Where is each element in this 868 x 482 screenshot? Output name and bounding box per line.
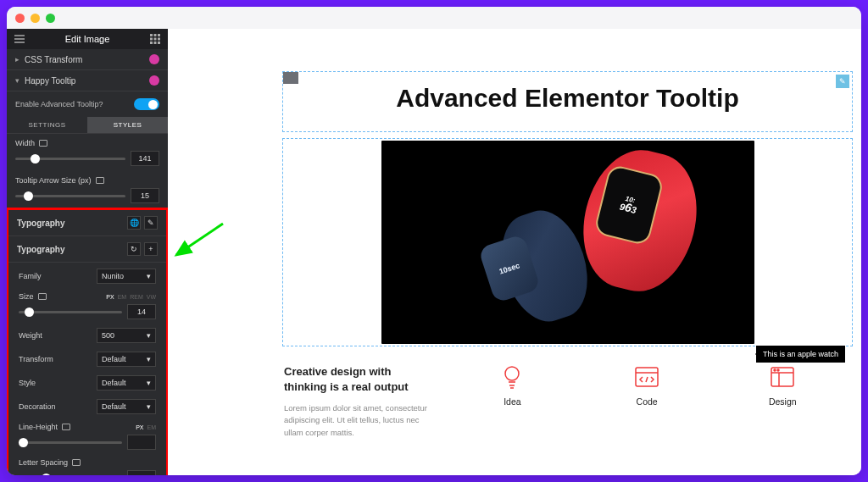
size-units[interactable]: PXEMREMVW [106, 294, 156, 300]
section-css-transform[interactable]: ▸CSS Transform [7, 49, 168, 70]
bottom-paragraph: Lorem ipsum dolor sit amet, consectetur … [284, 402, 433, 439]
lightbulb-icon [499, 364, 525, 390]
style-row: Style Default▾ [8, 371, 166, 395]
family-row: Family Nunito▾ [8, 264, 166, 288]
chevron-right-icon: ▸ [15, 55, 19, 64]
desktop-icon[interactable] [96, 177, 104, 184]
product-image[interactable]: 10sec 10:963 [381, 141, 754, 344]
tabs: SETTINGS STYLES [7, 117, 168, 134]
decoration-label: Decoration [19, 402, 56, 411]
tab-styles[interactable]: STYLES [87, 117, 168, 134]
svg-rect-2 [158, 34, 160, 36]
style-label: Style [19, 379, 36, 387]
chevron-down-icon: ▾ [147, 331, 151, 340]
bottom-title: Creative design with thinking is a real … [284, 364, 433, 394]
line-height-slider[interactable] [19, 441, 122, 444]
svg-point-17 [777, 369, 779, 371]
svg-point-16 [774, 369, 776, 371]
maximize-icon[interactable] [46, 14, 55, 23]
svg-rect-4 [154, 38, 157, 41]
bottom-row: Creative design with thinking is a real … [282, 352, 853, 447]
arrow-size-label: Tooltip Arrow Size (px) [15, 176, 92, 185]
style-select[interactable]: Default▾ [97, 375, 156, 391]
close-icon[interactable] [15, 14, 25, 23]
chevron-down-icon: ▾ [147, 379, 151, 387]
transform-select[interactable]: Default▾ [97, 352, 156, 367]
menu-icon[interactable] [14, 33, 25, 45]
tooltip: This is an apple watch [756, 346, 845, 363]
watch-face-text: 10sec [498, 261, 520, 275]
add-icon[interactable]: + [144, 242, 158, 256]
enable-toggle[interactable] [134, 98, 159, 110]
family-select[interactable]: Nunito▾ [97, 269, 156, 284]
size-value[interactable]: 14 [127, 304, 156, 319]
typography-panel: Family Nunito▾ Size PXEMREMVW 14 [8, 263, 166, 475]
section-edit-icon[interactable]: ✎ [836, 75, 849, 88]
svg-rect-8 [158, 42, 160, 44]
grid-icon[interactable] [149, 33, 161, 45]
edit-icon[interactable]: ✎ [144, 216, 158, 230]
letter-spacing-label: Letter Spacing [19, 458, 68, 467]
desktop-icon[interactable] [72, 459, 81, 466]
chevron-down-icon: ▾ [147, 402, 151, 411]
section-happy-tooltip[interactable]: ▾Happy Tooltip [7, 70, 168, 91]
chevron-down-icon: ▾ [147, 272, 151, 280]
plugin-badge-icon [149, 54, 159, 64]
section-label: CSS Transform [25, 55, 82, 64]
decoration-select[interactable]: Default▾ [97, 399, 156, 414]
svg-rect-6 [150, 42, 153, 44]
highlight-box: Typography 🌐 ✎ Typography ↻ + Family [7, 208, 169, 475]
titlebar [7, 7, 861, 29]
sidebar: Edit Image ▸CSS Transform ▾Happy Tooltip… [7, 29, 168, 475]
width-control: Width 141 [7, 134, 168, 171]
app-window: Edit Image ▸CSS Transform ▾Happy Tooltip… [7, 7, 861, 475]
tab-settings[interactable]: SETTINGS [7, 117, 87, 134]
desktop-icon[interactable] [38, 293, 47, 300]
globe-icon[interactable]: 🌐 [127, 216, 141, 230]
letter-spacing-value[interactable] [127, 470, 156, 475]
canvas: ✎ Advanced Elementor Tooltip 10sec 1 [168, 29, 861, 475]
family-label: Family [19, 272, 42, 280]
enable-tooltip-row: Enable Advanced Tooltip? [7, 91, 168, 117]
transform-row: Transform Default▾ [8, 347, 166, 371]
svg-rect-11 [636, 368, 658, 386]
section-handle-icon[interactable] [283, 72, 298, 84]
svg-rect-1 [154, 34, 157, 36]
lh-units[interactable]: PXEM [136, 424, 156, 430]
weight-select[interactable]: 500▾ [97, 328, 156, 343]
reset-icon[interactable]: ↻ [127, 242, 141, 256]
weight-label: Weight [19, 331, 42, 340]
svg-rect-7 [154, 42, 157, 44]
typography-sub-heading[interactable]: Typography ↻ + [8, 236, 166, 263]
typography-sub-label: Typography [17, 245, 64, 254]
section-heading[interactable]: ✎ Advanced Elementor Tooltip [282, 71, 853, 132]
page-title: Advanced Elementor Tooltip [283, 72, 852, 131]
weight-row: Weight 500▾ [8, 324, 166, 347]
typography-heading-label: Typography [17, 219, 64, 228]
section-image[interactable]: 10sec 10:963 This is an apple watch [282, 138, 853, 346]
cards: Idea Code Design [445, 364, 851, 439]
line-height-control: Line-Height PXEM [8, 418, 166, 454]
arrow-size-value[interactable]: 15 [131, 188, 159, 203]
card-label: Code [637, 396, 658, 407]
desktop-icon[interactable] [62, 424, 70, 430]
desktop-icon[interactable] [39, 140, 47, 147]
card-code[interactable]: Code [634, 364, 659, 407]
decoration-row: Decoration Default▾ [8, 395, 166, 418]
size-slider[interactable] [19, 311, 122, 313]
size-label: Size [19, 292, 34, 301]
minimize-icon[interactable] [31, 14, 40, 23]
card-idea[interactable]: Idea [499, 364, 525, 407]
line-height-label: Line-Height [19, 423, 58, 431]
line-height-value[interactable] [127, 435, 156, 450]
arrow-size-slider[interactable] [15, 195, 125, 197]
card-label: Design [769, 396, 797, 407]
layout-icon [770, 364, 795, 390]
svg-rect-3 [150, 38, 153, 41]
width-value[interactable]: 141 [131, 151, 159, 166]
svg-rect-0 [150, 34, 153, 36]
width-slider[interactable] [15, 158, 125, 160]
card-design[interactable]: Design [769, 364, 797, 407]
letter-spacing-control: Letter Spacing [8, 454, 166, 475]
typography-heading[interactable]: Typography 🌐 ✎ [8, 210, 166, 236]
